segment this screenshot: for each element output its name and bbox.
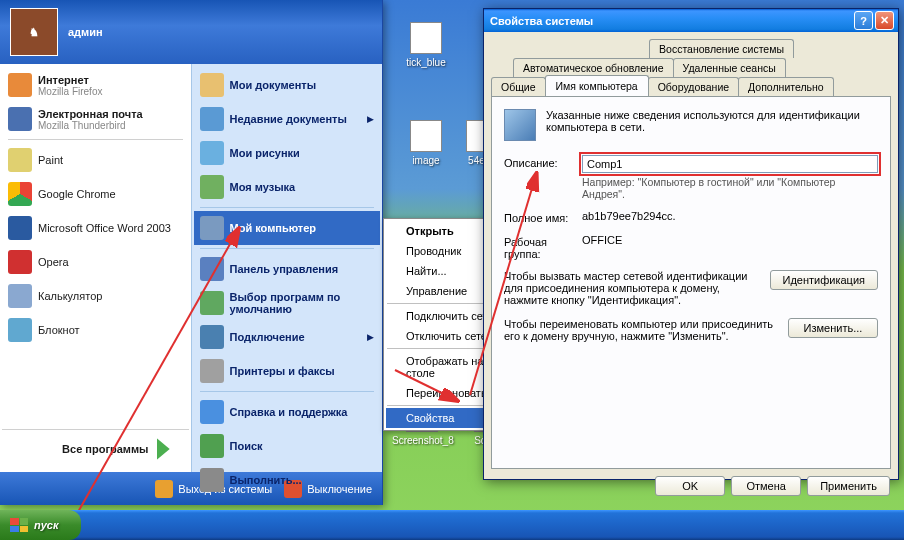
dialog-title: Свойства системы [490,15,852,27]
windows-flag-icon [10,518,28,532]
change-button[interactable]: Изменить... [788,318,878,338]
pinned-thunderbird[interactable]: Электронная почтаMozilla Thunderbird [2,102,189,136]
user-avatar: ♞ [10,8,58,56]
cancel-button[interactable]: Отмена [731,476,801,496]
dialog-titlebar[interactable]: Свойства системы ? ✕ [484,9,898,32]
identification-button[interactable]: Идентификация [770,270,878,290]
logoff-icon [155,480,173,498]
sidebar-item-default-programs[interactable]: Выбор программ по умолчанию [194,286,381,320]
chevron-right-icon: ▶ [367,332,374,342]
app-notepad[interactable]: Блокнот [2,313,189,347]
app-word[interactable]: Microsoft Office Word 2003 [2,211,189,245]
close-button[interactable]: ✕ [875,11,894,30]
intro-text: Указанные ниже сведения используются для… [546,109,878,141]
sidebar-item-my-music[interactable]: Моя музыка [194,170,381,204]
username: админ [68,26,103,38]
folder-icon [200,468,224,492]
folder-icon [200,359,224,383]
sidebar-item-connections[interactable]: Подключение▶ [194,320,381,354]
sidebar-item-search[interactable]: Поиск [194,429,381,463]
folder-icon [200,73,224,97]
taskbar: пуск [0,510,904,540]
app-chrome[interactable]: Google Chrome [2,177,189,211]
tab-remote[interactable]: Удаленные сеансы [673,58,786,77]
sidebar-item-control-panel[interactable]: Панель управления [194,252,381,286]
app-calc[interactable]: Калькулятор [2,279,189,313]
tab-hardware[interactable]: Оборудование [648,77,739,96]
desktop-icon[interactable]: tick_blue [396,22,456,68]
apply-button[interactable]: Применить [807,476,890,496]
description-label: Описание: [504,155,582,200]
fullname-value: ab1b79ee7b294cc. [582,210,878,224]
icon-label: tick_blue [406,57,445,68]
tab-computer-name[interactable]: Имя компьютера [545,75,649,96]
sidebar-item-my-pictures[interactable]: Мои рисунки [194,136,381,170]
folder-icon [200,434,224,458]
tab-general[interactable]: Общие [491,77,546,96]
arrow-right-icon [157,438,179,460]
folder-icon [200,257,224,281]
tab-system-restore[interactable]: Восстановление системы [649,39,794,58]
app-paint[interactable]: Paint [2,143,189,177]
folder-icon [200,175,224,199]
desktop-icon[interactable]: image [396,120,456,166]
workgroup-value: OFFICE [582,234,878,260]
fullname-label: Полное имя: [504,210,582,224]
description-hint: Например: "Компьютер в гостиной" или "Ко… [582,176,878,200]
folder-icon [200,291,224,315]
system-properties-dialog: Свойства системы ? ✕ Восстановление сист… [483,8,899,480]
sidebar-item-help[interactable]: Справка и поддержка [194,395,381,429]
description-input[interactable] [582,155,878,173]
sidebar-item-my-computer[interactable]: Мой компьютер [194,211,381,245]
change-text: Чтобы переименовать компьютер или присое… [504,318,778,342]
workgroup-label: Рабочая группа: [504,234,582,260]
identification-text: Чтобы вызвать мастер сетевой идентификац… [504,270,760,306]
start-menu-left: ИнтернетMozilla Firefox Электронная почт… [0,64,191,472]
folder-icon [200,216,224,240]
pinned-firefox[interactable]: ИнтернетMozilla Firefox [2,68,189,102]
start-button[interactable]: пуск [0,510,81,540]
icon-label: image [412,155,439,166]
ok-button[interactable]: OK [655,476,725,496]
sidebar-item-my-documents[interactable]: Мои документы [194,68,381,102]
start-menu-header: ♞ админ [0,0,382,64]
tab-advanced[interactable]: Дополнительно [738,77,834,96]
app-opera[interactable]: Opera [2,245,189,279]
chevron-right-icon: ▶ [367,114,374,124]
folder-icon [200,400,224,424]
all-programs[interactable]: Все программы [2,429,189,468]
folder-icon [200,325,224,349]
computer-icon [504,109,536,141]
help-button[interactable]: ? [854,11,873,30]
folder-icon [200,107,224,131]
icon-label: Screenshot_8 [392,435,454,446]
sidebar-item-run[interactable]: Выполнить... [194,463,381,497]
start-menu: ♞ админ ИнтернетMozilla Firefox Электрон… [0,0,383,505]
sidebar-item-printers[interactable]: Принтеры и факсы [194,354,381,388]
folder-icon [200,141,224,165]
sidebar-item-recent-documents[interactable]: Недавние документы▶ [194,102,381,136]
start-menu-right: Мои документыНедавние документы▶Мои рису… [191,64,383,472]
